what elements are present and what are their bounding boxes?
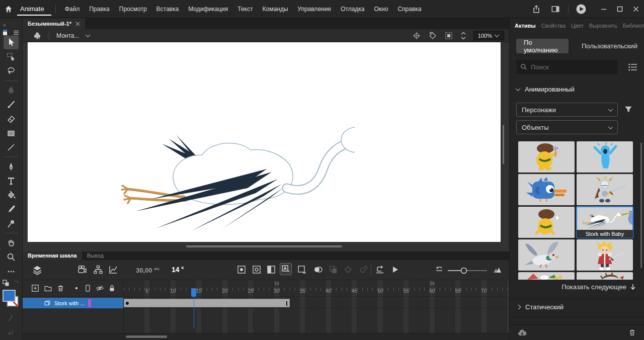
animated-section-header[interactable]: Анимированный [516,86,575,93]
show-next-button[interactable]: Показать следующее [561,283,636,291]
keyframe-dot[interactable] [126,302,129,305]
search-box[interactable] [516,60,618,74]
menu-file[interactable]: Файл [65,6,80,13]
scene-chevron-down-icon[interactable] [86,32,91,37]
menu-edit[interactable]: Правка [89,6,110,13]
frame-graph-icon[interactable] [108,265,118,275]
loop-playback-icon[interactable] [375,265,385,275]
swap-colors-icon[interactable] [3,280,10,287]
eyedropper-tool[interactable] [4,203,19,216]
tab-align[interactable]: Выровнять [589,23,617,29]
layer-row[interactable]: Stork with ... [23,298,123,308]
asset-thumb-farmer-bent-over[interactable] [518,207,575,238]
auto-keyframe-toggle[interactable] [280,263,292,275]
eraser-tool[interactable] [4,112,19,126]
insert-blank-keyframe-icon[interactable] [252,265,262,275]
new-layer-icon[interactable] [31,284,39,292]
brush-tool[interactable] [4,98,19,111]
edit-symbols-icon[interactable] [33,31,42,40]
asset-thumb-blonde-sword-hero[interactable] [577,239,633,271]
show-hide-all-icon[interactable] [96,284,104,292]
new-folder-icon[interactable] [44,284,52,292]
asset-thumb-crying-blue-character[interactable] [577,141,633,173]
custom-presets-button[interactable]: Пользовательский [582,42,637,50]
asset-warp-pin-tool[interactable] [4,217,19,231]
frame-view-icon[interactable] [492,265,502,275]
insert-keyframe-icon[interactable] [236,265,247,275]
menu-text[interactable]: Текст [237,6,253,13]
cloud-download-icon[interactable] [518,329,527,336]
hand-tool[interactable] [4,236,19,249]
stage-horizontal-scrollbar[interactable] [186,245,342,247]
reset-timeline-zoom-icon[interactable] [434,265,444,275]
stage-canvas[interactable] [28,42,501,242]
play-button[interactable] [390,265,400,275]
layer-frames-track[interactable] [124,298,509,308]
selection-tool[interactable] [4,36,19,49]
stage-vertical-scrollbar[interactable] [503,125,504,164]
center-stage-icon[interactable] [412,31,421,40]
playhead[interactable] [191,288,196,297]
objects-dropdown[interactable]: Объекты [516,120,618,134]
rotate-stage-icon[interactable] [428,31,437,40]
static-section-header[interactable]: Статический [517,303,564,311]
remove-frames-icon[interactable] [297,265,307,275]
line-tool[interactable] [4,141,19,154]
close-tab-icon[interactable] [75,22,80,26]
asset-thumb-partial-2[interactable] [577,272,633,280]
menu-view[interactable]: Просмотр [119,6,147,13]
layers-view-icon[interactable] [32,265,43,276]
filter-icon[interactable] [624,106,632,113]
close-button[interactable] [628,2,644,17]
layer-name[interactable]: Stork with ... [54,300,85,306]
onion-skin-icon[interactable] [313,265,323,275]
asset-thumb-flying-pigeon[interactable] [518,239,575,271]
text-tool[interactable] [4,174,19,188]
list-view-icon[interactable] [628,63,637,71]
layer-parenting-icon[interactable] [93,265,103,275]
menu-debug[interactable]: Отладка [341,6,364,13]
share-icon[interactable] [529,3,544,16]
menu-modify[interactable]: Модификация [188,6,228,13]
asset-thumb-farmer-with-pitchfork[interactable] [518,141,575,173]
home-icon[interactable] [0,5,17,14]
delete-asset-icon[interactable] [628,328,636,336]
tab-output[interactable]: Вывод [82,251,109,260]
timeline-zoom-slider[interactable] [448,267,488,274]
fill-color-swatch[interactable] [3,290,16,302]
lock-all-icon[interactable] [109,284,115,292]
zoom-level-select[interactable]: 100% [473,31,504,40]
layer-height-icon[interactable] [85,284,91,292]
collapse-panel-icon[interactable]: « [3,22,6,28]
tab-properties[interactable]: Свойства [541,23,566,29]
tab-timeline[interactable]: Временная шкала [23,251,82,260]
asset-thumb-knight-with-sword[interactable] [577,174,633,205]
asset-thumb-partial-1[interactable] [518,272,575,280]
menu-insert[interactable]: Вставка [156,6,179,13]
outline-view-icon[interactable] [73,285,80,292]
layer-color-swatch[interactable] [88,299,91,307]
menu-help[interactable]: Справка [397,6,421,13]
stork-with-baby-artwork[interactable] [121,113,355,231]
maximize-button[interactable] [612,2,628,17]
menu-window[interactable]: Окно [374,6,388,13]
zoom-stepper[interactable] [460,31,466,40]
tab-library[interactable]: Библиотека [623,23,644,29]
default-presets-button[interactable]: По умолчанию [516,39,569,53]
menu-commands[interactable]: Команды [263,6,288,13]
assets-scrollbar[interactable] [640,142,642,268]
test-movie-icon[interactable] [574,3,589,16]
reset-colors-icon[interactable] [14,280,20,286]
current-frame[interactable]: 14 К [172,265,184,274]
clip-content-icon[interactable] [444,31,453,40]
asset-thumb-blue-square-bird[interactable] [518,174,575,205]
workspace-icon[interactable] [548,3,563,16]
menu-control[interactable]: Управление [297,6,331,13]
rectangle-tool[interactable] [4,126,19,140]
tools-menu-icon[interactable] [13,30,19,35]
minimize-button[interactable] [596,2,612,17]
scene-name[interactable]: Монта... [56,32,79,39]
timeline-ruler[interactable]: 1s2s 510152025303540455055606570 [124,280,509,297]
delete-layer-icon[interactable] [57,284,64,292]
camera-icon[interactable] [77,265,87,275]
